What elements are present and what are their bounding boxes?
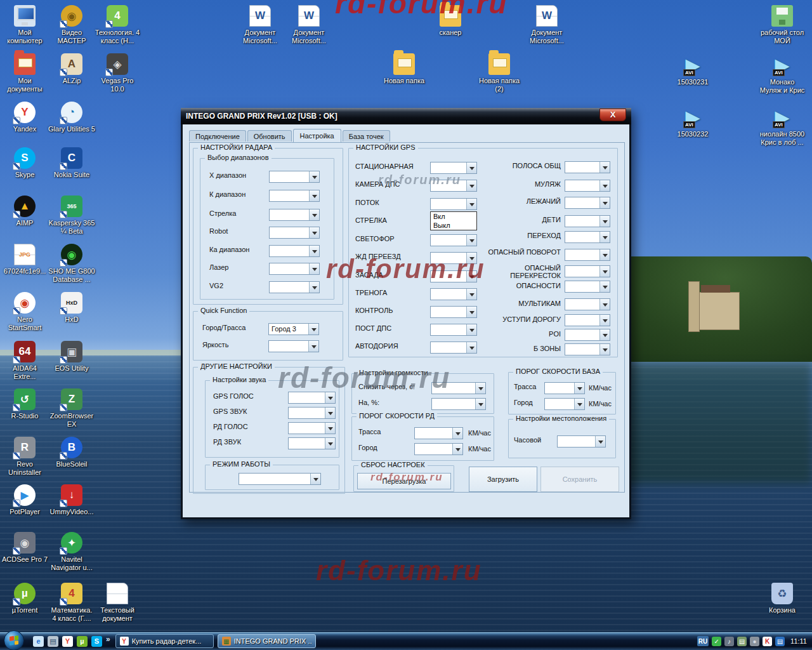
tab-podkluchenie[interactable]: Подключение <box>189 130 246 142</box>
combo-gps-b-zony[interactable] <box>565 343 610 355</box>
antivirus-check-icon[interactable]: ✓ <box>712 637 721 646</box>
combo-speed-rd-trassa[interactable] <box>414 427 463 439</box>
load-button[interactable]: Загрузить <box>469 467 537 492</box>
combo-gps-opasny-perekrestok[interactable] <box>565 265 610 277</box>
desktop-icon-potplayer[interactable]: ▶PotPlayer <box>1 484 48 516</box>
desktop-icon-my-documents[interactable]: Мои документы <box>1 53 48 93</box>
combo-gps-perekhod[interactable] <box>565 231 610 243</box>
desktop-icon-scanner[interactable]: сканер <box>427 5 474 37</box>
tab-obnovit[interactable]: Обновить <box>247 130 292 142</box>
chevron-down-icon[interactable] <box>466 180 476 191</box>
chevron-down-icon[interactable] <box>599 249 610 260</box>
chevron-down-icon[interactable] <box>599 299 610 310</box>
chevron-down-icon[interactable] <box>599 315 610 326</box>
chevron-down-icon[interactable] <box>309 282 319 293</box>
chevron-down-icon[interactable] <box>466 162 476 173</box>
chevron-down-icon[interactable] <box>599 180 610 191</box>
desktop-icon-word-doc-2[interactable]: WДокумент Microsoft... <box>285 5 332 45</box>
desktop-icon-my-computer[interactable]: Мой компьютер <box>1 5 48 45</box>
combo-laser[interactable] <box>269 263 320 275</box>
desktop-icon-new-folder-2[interactable]: Новая папка (2) <box>476 53 523 93</box>
combo-gps-ustupi-dorogu[interactable] <box>565 314 610 326</box>
combo-gps-deti[interactable] <box>565 215 610 227</box>
chevron-down-icon[interactable] <box>599 266 610 277</box>
desktop-icon-nokia-suite[interactable]: CNokia Suite <box>48 147 95 179</box>
chevron-down-icon[interactable] <box>599 197 610 208</box>
chevron-down-icon[interactable] <box>466 271 476 282</box>
desktop-icon-zoombrowser[interactable]: ZZoomBrowser EX <box>48 388 95 428</box>
tab-baza-tochek[interactable]: База точек <box>343 130 390 142</box>
task-button-intego[interactable]: ▦ INTEGO GRAND PRIX ... <box>218 634 316 648</box>
combo-rd-sound[interactable] <box>288 437 336 449</box>
desktop-icon-utorrent[interactable]: µµTorrent <box>1 583 48 614</box>
desktop-icon-skype[interactable]: SSkype <box>1 147 48 179</box>
chevron-down-icon[interactable] <box>466 199 476 209</box>
desktop-icon-eos-utility[interactable]: ▣EOS Utility <box>48 341 95 373</box>
desktop-icon-hxd[interactable]: HxDHxD <box>48 292 95 324</box>
show-desktop-icon[interactable]: ▤ <box>48 636 58 647</box>
combo-gps-opasny-povorot[interactable] <box>565 249 610 261</box>
chevron-down-icon[interactable] <box>475 399 485 409</box>
combo-timezone[interactable] <box>557 435 606 448</box>
combo-gps-mulyazh[interactable] <box>565 180 610 192</box>
chevron-down-icon[interactable] <box>325 392 335 403</box>
chevron-down-icon[interactable] <box>309 209 319 220</box>
chevron-down-icon[interactable] <box>325 408 335 418</box>
mouse-icon[interactable]: ● <box>750 637 759 646</box>
card-reader-icon[interactable]: ▤ <box>737 637 747 646</box>
desktop-icon-word-doc-1[interactable]: WДокумент Microsoft... <box>237 5 284 45</box>
combo-strelka-band[interactable] <box>269 209 320 221</box>
chevron-down-icon[interactable] <box>309 227 319 238</box>
kaspersky-icon[interactable]: K <box>763 637 772 646</box>
combo-gps-svetofor[interactable] <box>430 234 477 246</box>
combo-gps-polosa-obsch[interactable] <box>565 161 610 173</box>
desktop-icon-avi-15030231[interactable]: ▶AVI15030231 <box>669 55 716 86</box>
combo-work-mode[interactable] <box>239 473 321 485</box>
desktop-icon-ummy[interactable]: ↓UmmyVideo... <box>48 484 95 516</box>
combo-gps-post-dps[interactable] <box>430 324 477 336</box>
desktop-icon-kaspersky[interactable]: 365Kaspersky 365 ¼ Beta <box>48 196 95 235</box>
chevron-down-icon[interactable] <box>325 423 335 434</box>
volume-icon[interactable]: ♪ <box>724 637 734 646</box>
desktop-icon-nero[interactable]: ◉Nero StartSmart <box>1 292 48 332</box>
combo-gps-potok[interactable] <box>430 198 477 210</box>
desktop-icon-revo[interactable]: RRevo Uninstaller <box>1 437 48 477</box>
reboot-button[interactable]: Перезагрузка <box>357 473 451 489</box>
desktop-icon-avi-15030232[interactable]: ▶AVI15030232 <box>669 107 716 138</box>
combo-rd-voice[interactable] <box>288 422 336 434</box>
desktop-icon-alzip[interactable]: AALZip <box>48 53 95 85</box>
desktop-icon-glary[interactable]: ◔Glary Utilities 5 <box>48 102 95 133</box>
chevron-down-icon[interactable] <box>310 474 320 484</box>
desktop-icon-acdsee[interactable]: ◉ACDSee Pro 7 <box>1 532 48 564</box>
desktop-icon-sho-me[interactable]: ◉SHO ME G800 Database ... <box>48 244 95 284</box>
chevron-down-icon[interactable] <box>325 438 335 449</box>
desktop-icon-aimp[interactable]: ▲AIMP <box>1 196 48 227</box>
desktop-icon-avi-monaco[interactable]: ▶AVIМонако Муляж и Крис <box>759 55 806 95</box>
chevron-down-icon[interactable] <box>309 171 319 182</box>
combo-speed-rd-gorod[interactable] <box>414 443 463 455</box>
combo-gps-poi[interactable] <box>565 329 610 341</box>
desktop-icon-text-doc[interactable]: Текстовый документ <box>94 583 141 623</box>
desktop-icon-navitel[interactable]: ✦Navitel Navigator u... <box>48 532 95 572</box>
close-icon[interactable]: X <box>599 109 626 121</box>
start-button[interactable] <box>4 630 24 650</box>
clock[interactable]: 11:11 <box>790 637 807 645</box>
chevron-down-icon[interactable] <box>452 444 462 454</box>
quick-launch-overflow[interactable]: » <box>106 635 110 644</box>
desktop-icon-word-doc-3[interactable]: WДокумент Microsoft... <box>523 5 570 45</box>
chevron-down-icon[interactable] <box>599 329 610 340</box>
combo-volume-after[interactable] <box>431 382 486 394</box>
chevron-down-icon[interactable] <box>475 383 485 394</box>
chevron-down-icon[interactable] <box>599 162 610 173</box>
language-indicator[interactable]: RU <box>697 636 709 646</box>
ie-icon[interactable]: e <box>33 636 44 647</box>
desktop-icon-video-master[interactable]: ◉Видео МАСТЕР <box>48 5 95 45</box>
yandex-browser-icon[interactable]: Y <box>62 636 73 647</box>
utorrent-icon[interactable]: µ <box>77 636 88 647</box>
chevron-down-icon[interactable] <box>466 235 476 246</box>
chevron-down-icon[interactable] <box>309 263 319 274</box>
combo-gps-lezhachiy[interactable] <box>565 197 610 209</box>
chevron-down-icon[interactable] <box>309 246 319 256</box>
window-titlebar[interactable]: INTEGO GRAND PRIX Rev1.02 [USB : OK] X <box>181 108 631 124</box>
dropdown-option-vykl[interactable]: Выкл <box>431 221 476 230</box>
